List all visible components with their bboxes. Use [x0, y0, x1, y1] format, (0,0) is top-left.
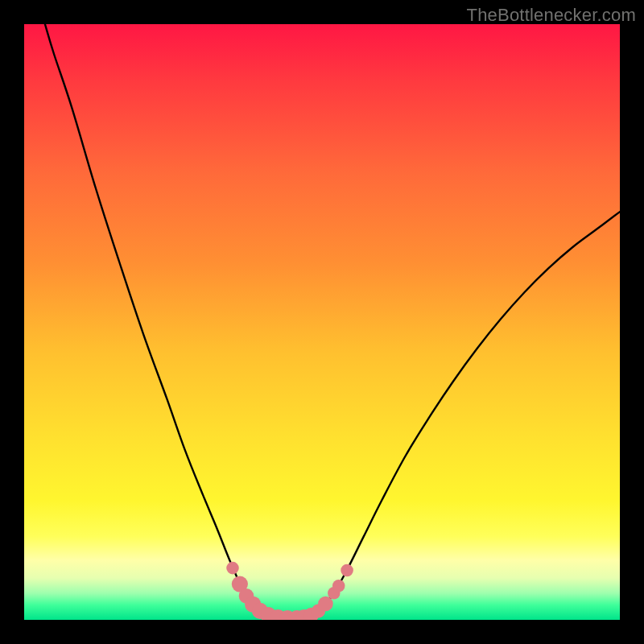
frame: TheBottlenecker.com — [0, 0, 644, 644]
plot-area — [24, 24, 620, 620]
bottleneck-chart — [24, 24, 620, 620]
data-marker — [341, 564, 353, 577]
gradient-background — [24, 24, 620, 620]
data-marker — [226, 562, 239, 575]
data-marker — [318, 597, 333, 612]
data-marker — [332, 580, 345, 592]
watermark-text: TheBottlenecker.com — [467, 5, 636, 26]
